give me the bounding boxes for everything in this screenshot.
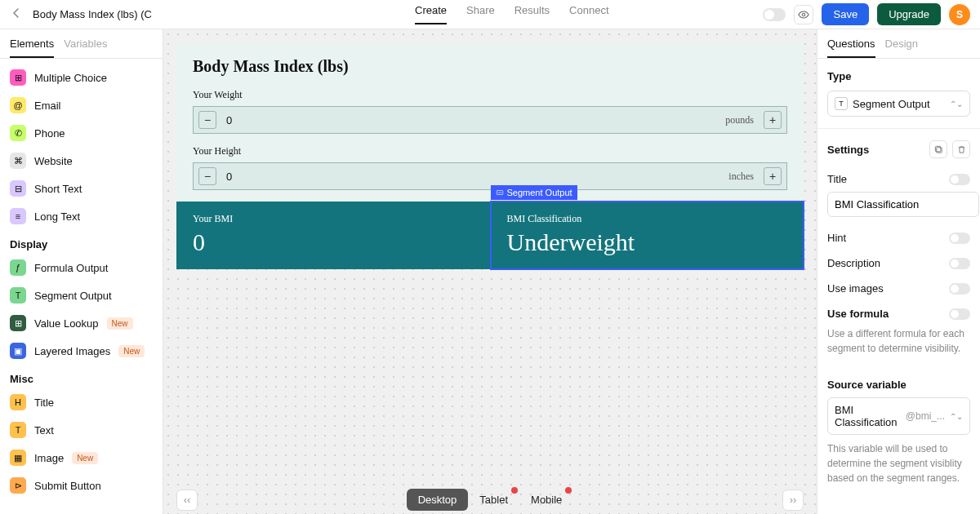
avatar[interactable]: S — [949, 4, 970, 25]
new-badge: New — [107, 317, 133, 330]
element-short-text[interactable]: ⊟Short Text — [0, 175, 163, 202]
element-label: Long Text — [34, 210, 80, 223]
title-toggle-label: Title — [827, 173, 847, 185]
element-label: Image — [34, 452, 64, 464]
top-tabs: Create Share Results Connect — [415, 4, 609, 24]
tab-questions[interactable]: Questions — [827, 38, 875, 58]
plus-icon[interactable]: + — [764, 111, 782, 129]
plus-icon[interactable]: + — [764, 167, 782, 185]
settings-label: Settings — [827, 144, 869, 156]
element-label: Title — [34, 397, 54, 409]
tab-connect[interactable]: Connect — [569, 4, 608, 24]
element-icon: ⊞ — [10, 315, 26, 331]
new-badge: New — [72, 452, 98, 464]
minus-icon[interactable]: − — [198, 167, 216, 185]
upgrade-button[interactable]: Upgrade — [877, 3, 941, 25]
classification-output[interactable]: Segment Output BMI Classification Underw… — [491, 202, 804, 269]
description-toggle-label: Description — [827, 257, 880, 269]
element-label: Short Text — [34, 183, 82, 195]
back-arrow-icon[interactable] — [10, 7, 23, 22]
element-icon: ⊞ — [10, 69, 26, 86]
weight-unit: pounds — [725, 114, 759, 126]
formula-toggle-label: Use formula — [827, 308, 889, 320]
element-label: Phone — [34, 127, 65, 140]
source-variable-label: Source variable — [817, 367, 980, 397]
form-preview: Body Mass Index (lbs) Your Weight − 0 po… — [176, 42, 804, 269]
element-label: Submit Button — [34, 480, 101, 492]
type-select[interactable]: T Segment Output ⌃⌄ — [827, 91, 970, 117]
element-title[interactable]: HTitle — [0, 388, 163, 416]
element-icon: ✆ — [10, 125, 26, 141]
chevron-icon: ⌃⌄ — [950, 100, 963, 109]
classification-label: BMI Classification — [507, 213, 788, 225]
title-toggle[interactable] — [949, 174, 970, 185]
save-button[interactable]: Save — [822, 3, 869, 25]
element-icon: ƒ — [10, 259, 26, 276]
element-long-text[interactable]: ≡Long Text — [0, 202, 163, 230]
element-layered-images[interactable]: ▣Layered ImagesNew — [0, 337, 163, 365]
description-toggle[interactable] — [949, 258, 970, 269]
viewport-tablet[interactable]: Tablet — [468, 489, 519, 511]
bmi-output[interactable]: Your BMI 0 — [176, 202, 491, 269]
delete-button[interactable] — [952, 140, 970, 158]
element-email[interactable]: @Email — [0, 91, 163, 119]
minus-icon[interactable]: − — [198, 111, 216, 129]
element-submit-button[interactable]: ⊳Submit Button — [0, 472, 163, 499]
classification-value: Underweight — [507, 228, 788, 256]
height-label: Your Height — [193, 145, 787, 157]
dot-icon — [511, 487, 518, 494]
category-misc: Misc — [0, 365, 163, 388]
svg-point-0 — [803, 13, 806, 16]
element-label: Email — [34, 100, 61, 112]
viewport-mobile[interactable]: Mobile — [519, 489, 573, 511]
tab-share[interactable]: Share — [466, 4, 495, 24]
element-text[interactable]: TText — [0, 416, 163, 444]
element-segment-output[interactable]: TSegment Output — [0, 281, 163, 309]
weight-input[interactable]: − 0 pounds + — [193, 106, 787, 134]
formula-help: Use a different formula for each segment… — [817, 326, 980, 367]
title-input[interactable] — [827, 192, 979, 217]
element-multiple-choice[interactable]: ⊞Multiple Choice — [0, 64, 163, 91]
tab-results[interactable]: Results — [514, 4, 550, 24]
element-label: Website — [34, 155, 73, 167]
element-formula-output[interactable]: ƒFormula Output — [0, 254, 163, 281]
tab-variables[interactable]: Variables — [64, 38, 107, 58]
duplicate-button[interactable] — [929, 140, 947, 158]
tab-design[interactable]: Design — [885, 38, 918, 58]
category-display: Display — [0, 230, 163, 254]
viewport-desktop[interactable]: Desktop — [407, 489, 469, 511]
element-icon: ⊳ — [10, 477, 26, 494]
hint-toggle[interactable] — [949, 233, 970, 244]
form-title[interactable]: Body Mass Index (lbs) — [193, 57, 787, 76]
weight-label: Your Weight — [193, 89, 787, 101]
element-phone[interactable]: ✆Phone — [0, 119, 163, 147]
canvas: Body Mass Index (lbs) Your Weight − 0 po… — [163, 29, 817, 514]
page-title[interactable]: Body Mass Index (lbs) (C — [33, 8, 152, 20]
element-icon: ⌘ — [10, 153, 26, 169]
tab-elements[interactable]: Elements — [10, 38, 54, 58]
element-icon: ⊟ — [10, 180, 26, 197]
dot-icon — [565, 487, 572, 494]
element-website[interactable]: ⌘Website — [0, 147, 163, 175]
element-icon: H — [10, 394, 26, 410]
element-value-lookup[interactable]: ⊞Value LookupNew — [0, 309, 163, 337]
preview-button[interactable] — [794, 5, 813, 24]
element-icon: ▦ — [10, 450, 26, 466]
weight-value[interactable]: 0 — [221, 114, 725, 126]
formula-toggle[interactable] — [949, 308, 970, 320]
images-toggle[interactable] — [949, 283, 970, 295]
element-icon: ≡ — [10, 208, 26, 224]
viewport-prev-icon[interactable]: ‹‹ — [176, 490, 198, 511]
selection-tag: Segment Output — [491, 185, 577, 200]
tab-create[interactable]: Create — [415, 4, 447, 24]
new-badge: New — [118, 345, 145, 357]
mode-toggle[interactable] — [763, 8, 786, 21]
element-image[interactable]: ▦ImageNew — [0, 444, 163, 472]
viewport-next-icon[interactable]: ›› — [782, 490, 804, 511]
element-label: Value Lookup — [34, 317, 99, 330]
element-icon: @ — [10, 97, 26, 113]
bmi-output-label: Your BMI — [193, 213, 474, 225]
source-variable-select[interactable]: BMI Classification @bmi_... ⌃⌄ — [827, 397, 970, 435]
height-unit: inches — [728, 171, 759, 183]
height-value[interactable]: 0 — [221, 171, 728, 183]
